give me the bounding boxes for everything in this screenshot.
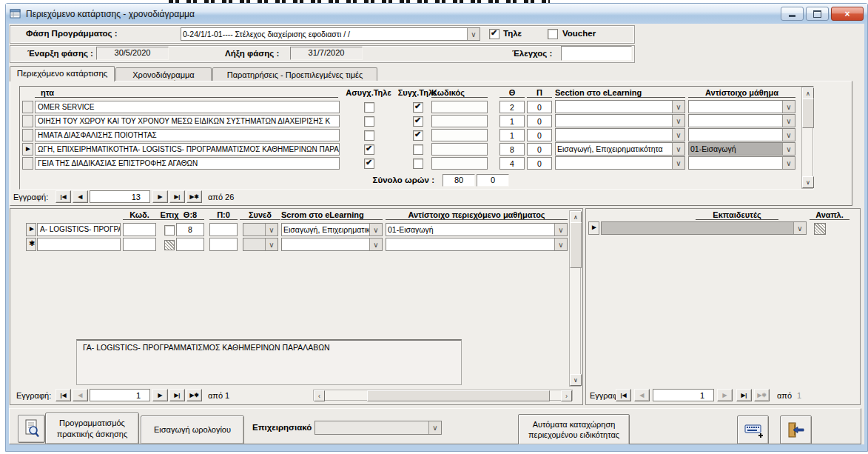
maximize-button[interactable] [806,7,829,21]
section-dropdown[interactable]: ∨ [555,100,685,113]
chevron-down-icon[interactable]: ∨ [554,238,567,250]
theory-hours-cell[interactable]: 1 [499,115,525,127]
nav-record-number[interactable]: 1 [653,389,714,401]
module-title-cell[interactable]: ΟΙΗΣΗ ΤΟΥ ΧΩΡΟΥ ΚΑΙ ΤΟΥ ΧΡΟΝΟΥ ΜΕΣΩ ΕΙΔΙ… [35,115,340,127]
async-tele-checkbox[interactable] [364,130,374,141]
nav-prev-button[interactable]: ◀ [73,389,88,401]
print-preview-button[interactable] [18,415,45,443]
scrollbar-thumb[interactable] [367,390,550,401]
sync-tele-checkbox[interactable] [413,144,423,155]
lesson-dropdown[interactable]: ∨ [688,114,795,127]
theory-hours-cell[interactable]: 2 [499,101,525,113]
code-cell[interactable] [431,129,488,141]
scroll-down-icon[interactable]: ∨ [570,374,582,386]
nav-prev-button[interactable]: ◀ [634,389,650,401]
chevron-down-icon[interactable]: ∨ [467,28,480,40]
tab-training-content[interactable]: Περιεχόμενο κατάρτισης [10,66,115,81]
practice-hours-cell[interactable]: 0 [527,129,552,141]
scroll-down-icon[interactable]: ∨ [802,176,814,188]
lesson-dropdown[interactable]: ∨ [688,128,795,141]
nav-last-button[interactable]: ▶| [736,389,752,401]
nav-first-button[interactable]: |◀ [616,389,631,401]
sync-tele-checkbox[interactable] [413,116,423,127]
insert-timetable-button[interactable]: Εισαγωγή ωρολογίου [141,415,244,444]
scrollbar-thumb[interactable] [802,99,814,128]
voucher-checkbox[interactable] [548,29,558,39]
minimize-button[interactable] [781,7,804,21]
chevron-down-icon[interactable]: ∨ [782,157,795,169]
current-record-arrow-icon[interactable] [26,223,36,236]
sync-tele-checkbox[interactable] [413,130,423,141]
theory-hours-cell[interactable]: 8 [499,143,525,156]
practice-hours-cell[interactable]: 0 [527,143,552,156]
modules-scrollbar[interactable]: ∧ ∨ [801,87,813,189]
nav-new-record-button[interactable]: ▶✱ [186,190,202,203]
chevron-down-icon[interactable]: ∨ [782,115,795,127]
substitute-builder-button[interactable] [814,223,826,235]
session-dropdown[interactable]: ∨ [243,238,278,251]
title-bar[interactable]: Περιεχόμενο κατάρτισης - χρονοδιάγραμμα … [6,4,867,24]
nav-record-number[interactable]: 1 [90,389,150,401]
current-record-arrow-icon[interactable] [22,143,33,156]
phase-end-field[interactable]: 31/7/2020 [290,47,363,60]
nav-next-button[interactable]: ▶ [152,389,168,401]
chevron-down-icon[interactable]: ∨ [782,129,795,141]
chevron-down-icon[interactable]: ∨ [369,238,382,250]
nav-first-button[interactable]: |◀ [55,190,71,203]
code-cell[interactable] [431,143,488,156]
async-tele-checkbox[interactable] [364,116,374,127]
chevron-down-icon[interactable]: ∨ [672,101,684,113]
tab-notes-defaults[interactable]: Παρατηρήσεις - Προεπιλεγμένες τιμές [212,67,377,81]
chevron-down-icon[interactable]: ∨ [672,143,684,155]
sync-tele-checkbox[interactable] [413,102,423,113]
section-dropdown[interactable]: ∨ [555,114,685,127]
session-dropdown[interactable]: ∨ [243,223,278,236]
chevron-down-icon[interactable]: ∨ [428,421,441,434]
chevron-down-icon[interactable]: ∨ [265,224,277,236]
phase-combobox[interactable]: 0-24/1/1-01---- Στέλεχος διαχείρισης εφο… [181,27,480,41]
code-cell[interactable] [123,238,156,251]
nav-new-record-button[interactable]: ▶✱ [186,389,202,401]
content-scrollbar[interactable]: ∧ ∨ [569,210,581,387]
scrollbar-thumb[interactable] [570,222,582,268]
nav-next-button[interactable]: ▶ [717,389,733,401]
nav-last-button[interactable]: ▶| [169,190,185,203]
chevron-down-icon[interactable]: ∨ [672,129,684,141]
close-button[interactable]: × [831,7,864,21]
lesson-dropdown[interactable]: ∨ [688,100,795,113]
check-field[interactable] [561,46,632,61]
code-cell[interactable] [431,115,488,127]
nav-next-button[interactable]: ▶ [152,190,168,203]
code-cell[interactable] [123,223,156,236]
section-dropdown[interactable]: ∨ [555,128,685,141]
exit-button[interactable] [780,415,812,444]
operational-dropdown[interactable]: ∨ [314,421,442,435]
new-record-star-icon[interactable] [26,238,36,251]
chevron-down-icon[interactable]: ∨ [554,224,567,236]
chevron-down-icon[interactable]: ∨ [265,238,277,250]
module-title-cell[interactable]: ΗΜΑΤΑ ΔΙΑΣΦΑΛΙΣΗΣ ΠΟΙΟΤΗΤΑΣ [35,129,340,141]
data-entry-button[interactable] [737,415,769,444]
code-cell[interactable] [431,101,488,113]
nav-new-record-button[interactable]: ▶✱ [754,389,770,401]
practice-hours-cell[interactable]: 0 [527,101,552,113]
section-dropdown[interactable]: ∨ [555,156,685,170]
lesson-dropdown[interactable]: 01-Εισαγωγή∨ [688,142,795,156]
horizontal-scrollbar[interactable]: ‹ › [313,390,573,401]
module-title-cell[interactable]: OMER SERVICE [35,101,340,113]
practice-hours-cell[interactable]: 0 [527,157,552,170]
current-record-arrow-icon[interactable] [588,221,599,235]
async-tele-checkbox[interactable] [364,144,374,155]
code-cell[interactable] [431,157,488,170]
theory-hours-cell[interactable]: 8 [176,223,204,236]
nav-prev-button[interactable]: ◀ [73,190,88,203]
content-title-cell[interactable] [37,238,121,251]
module-title-cell[interactable]: ΩΓΗ, ΕΠΙΧΕΙΡΗΜΑΤΙΚΟΤΗΤΑ- LOGISTICS- ΠΡΟΓ… [35,143,340,156]
sync-tele-checkbox[interactable] [413,158,423,169]
content-title-cell[interactable]: Α- LOGISTICS- ΠΡΟΓΡΑ [37,223,121,236]
nav-last-button[interactable]: ▶| [169,389,185,401]
lesson-dropdown[interactable]: ∨ [688,156,795,170]
chevron-down-icon[interactable]: ∨ [782,101,795,113]
lesson-content-dropdown[interactable]: ∨ [386,238,568,251]
theory-hours-cell[interactable]: 1 [499,129,525,141]
